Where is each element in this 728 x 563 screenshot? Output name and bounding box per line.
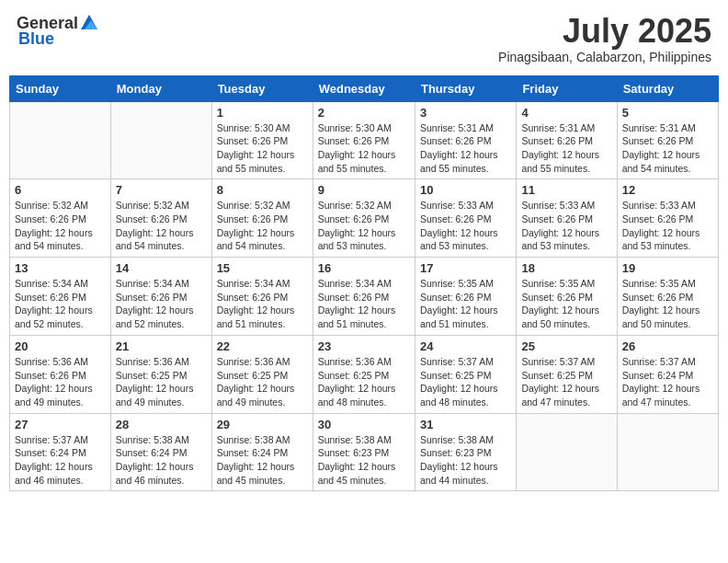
calendar-cell: 6Sunrise: 5:32 AM Sunset: 6:26 PM Daylig… xyxy=(10,179,111,258)
title-block: July 2025 Pinagsibaan, Calabarzon, Phili… xyxy=(498,13,711,64)
day-number: 16 xyxy=(318,261,410,275)
day-number: 18 xyxy=(521,261,611,275)
day-number: 19 xyxy=(622,261,713,275)
calendar-cell: 15Sunrise: 5:34 AM Sunset: 6:26 PM Dayli… xyxy=(211,258,313,336)
calendar-cell: 23Sunrise: 5:36 AM Sunset: 6:25 PM Dayli… xyxy=(313,335,415,413)
calendar-cell: 29Sunrise: 5:38 AM Sunset: 6:24 PM Dayli… xyxy=(211,413,313,491)
day-number: 14 xyxy=(116,261,207,275)
day-info: Sunrise: 5:34 AM Sunset: 6:26 PM Dayligh… xyxy=(15,277,106,331)
day-info: Sunrise: 5:38 AM Sunset: 6:24 PM Dayligh… xyxy=(217,433,308,488)
calendar-cell: 18Sunrise: 5:35 AM Sunset: 6:26 PM Dayli… xyxy=(517,258,617,336)
calendar-cell: 22Sunrise: 5:36 AM Sunset: 6:25 PM Dayli… xyxy=(211,335,313,413)
day-info: Sunrise: 5:31 AM Sunset: 6:26 PM Dayligh… xyxy=(622,121,713,176)
day-info: Sunrise: 5:32 AM Sunset: 6:26 PM Dayligh… xyxy=(318,199,410,253)
weekday-header-tuesday: Tuesday xyxy=(211,75,313,101)
day-info: Sunrise: 5:32 AM Sunset: 6:26 PM Dayligh… xyxy=(15,199,106,253)
calendar-week-row: 1Sunrise: 5:30 AM Sunset: 6:26 PM Daylig… xyxy=(10,101,719,179)
calendar-cell xyxy=(617,413,718,491)
day-number: 28 xyxy=(116,418,207,431)
day-info: Sunrise: 5:36 AM Sunset: 6:25 PM Dayligh… xyxy=(318,355,410,409)
day-info: Sunrise: 5:38 AM Sunset: 6:23 PM Dayligh… xyxy=(420,433,511,488)
calendar-cell: 20Sunrise: 5:36 AM Sunset: 6:26 PM Dayli… xyxy=(10,335,111,413)
day-number: 22 xyxy=(217,339,308,353)
calendar-cell: 24Sunrise: 5:37 AM Sunset: 6:25 PM Dayli… xyxy=(415,335,516,413)
day-number: 9 xyxy=(318,183,410,197)
day-info: Sunrise: 5:38 AM Sunset: 6:24 PM Dayligh… xyxy=(116,433,207,488)
day-info: Sunrise: 5:32 AM Sunset: 6:26 PM Dayligh… xyxy=(116,199,207,253)
weekday-header-saturday: Saturday xyxy=(617,75,718,101)
calendar-cell: 16Sunrise: 5:34 AM Sunset: 6:26 PM Dayli… xyxy=(313,258,415,336)
day-number: 27 xyxy=(15,418,106,431)
day-number: 1 xyxy=(217,106,308,120)
calendar-cell: 13Sunrise: 5:34 AM Sunset: 6:26 PM Dayli… xyxy=(10,258,111,336)
calendar-cell: 11Sunrise: 5:33 AM Sunset: 6:26 PM Dayli… xyxy=(517,179,617,258)
calendar-cell xyxy=(10,101,111,179)
day-number: 12 xyxy=(622,183,713,197)
day-info: Sunrise: 5:34 AM Sunset: 6:26 PM Dayligh… xyxy=(318,277,410,331)
day-info: Sunrise: 5:30 AM Sunset: 6:26 PM Dayligh… xyxy=(217,121,308,176)
day-number: 30 xyxy=(318,418,410,431)
weekday-header-wednesday: Wednesday xyxy=(313,75,415,101)
day-number: 8 xyxy=(217,183,308,197)
day-info: Sunrise: 5:30 AM Sunset: 6:26 PM Dayligh… xyxy=(318,121,410,176)
calendar-cell xyxy=(517,413,617,491)
calendar-cell xyxy=(110,101,211,179)
calendar-cell: 25Sunrise: 5:37 AM Sunset: 6:25 PM Dayli… xyxy=(517,335,617,413)
day-info: Sunrise: 5:37 AM Sunset: 6:24 PM Dayligh… xyxy=(622,355,713,409)
day-info: Sunrise: 5:34 AM Sunset: 6:26 PM Dayligh… xyxy=(217,277,308,331)
day-info: Sunrise: 5:31 AM Sunset: 6:26 PM Dayligh… xyxy=(521,121,611,176)
day-info: Sunrise: 5:33 AM Sunset: 6:26 PM Dayligh… xyxy=(521,199,611,253)
calendar-header-row: SundayMondayTuesdayWednesdayThursdayFrid… xyxy=(10,75,719,101)
day-number: 24 xyxy=(420,339,511,353)
calendar-cell: 7Sunrise: 5:32 AM Sunset: 6:26 PM Daylig… xyxy=(110,179,211,258)
location-title: Pinagsibaan, Calabarzon, Philippines xyxy=(498,50,711,64)
day-number: 21 xyxy=(116,339,207,353)
day-number: 13 xyxy=(15,261,106,275)
calendar-week-row: 6Sunrise: 5:32 AM Sunset: 6:26 PM Daylig… xyxy=(10,179,719,258)
calendar-week-row: 27Sunrise: 5:37 AM Sunset: 6:24 PM Dayli… xyxy=(10,413,719,491)
day-info: Sunrise: 5:32 AM Sunset: 6:26 PM Dayligh… xyxy=(217,199,308,253)
calendar-cell: 30Sunrise: 5:38 AM Sunset: 6:23 PM Dayli… xyxy=(313,413,415,491)
calendar-cell: 8Sunrise: 5:32 AM Sunset: 6:26 PM Daylig… xyxy=(211,179,313,258)
day-number: 7 xyxy=(116,183,207,197)
day-info: Sunrise: 5:33 AM Sunset: 6:26 PM Dayligh… xyxy=(420,199,511,253)
calendar-cell: 26Sunrise: 5:37 AM Sunset: 6:24 PM Dayli… xyxy=(617,335,718,413)
day-number: 20 xyxy=(15,339,106,353)
calendar-cell: 14Sunrise: 5:34 AM Sunset: 6:26 PM Dayli… xyxy=(110,258,211,336)
day-number: 17 xyxy=(420,261,511,275)
day-number: 10 xyxy=(420,183,511,197)
day-info: Sunrise: 5:35 AM Sunset: 6:26 PM Dayligh… xyxy=(420,277,511,331)
day-info: Sunrise: 5:34 AM Sunset: 6:26 PM Dayligh… xyxy=(116,277,207,331)
calendar-cell: 5Sunrise: 5:31 AM Sunset: 6:26 PM Daylig… xyxy=(617,101,718,179)
day-number: 25 xyxy=(521,339,611,353)
day-number: 6 xyxy=(15,183,106,197)
day-number: 2 xyxy=(318,106,410,120)
day-info: Sunrise: 5:35 AM Sunset: 6:26 PM Dayligh… xyxy=(622,277,713,331)
day-number: 31 xyxy=(420,418,511,431)
day-number: 29 xyxy=(217,418,308,431)
logo-blue-text: Blue xyxy=(17,29,54,49)
calendar-cell: 17Sunrise: 5:35 AM Sunset: 6:26 PM Dayli… xyxy=(415,258,516,336)
day-info: Sunrise: 5:36 AM Sunset: 6:26 PM Dayligh… xyxy=(15,355,106,409)
day-info: Sunrise: 5:36 AM Sunset: 6:25 PM Dayligh… xyxy=(217,355,308,409)
calendar-cell: 4Sunrise: 5:31 AM Sunset: 6:26 PM Daylig… xyxy=(517,101,617,179)
day-info: Sunrise: 5:36 AM Sunset: 6:25 PM Dayligh… xyxy=(116,355,207,409)
weekday-header-sunday: Sunday xyxy=(10,75,111,101)
logo: General Blue xyxy=(17,13,100,49)
day-number: 11 xyxy=(521,183,611,197)
day-info: Sunrise: 5:38 AM Sunset: 6:23 PM Dayligh… xyxy=(318,433,410,488)
day-info: Sunrise: 5:35 AM Sunset: 6:26 PM Dayligh… xyxy=(521,277,611,331)
calendar-cell: 10Sunrise: 5:33 AM Sunset: 6:26 PM Dayli… xyxy=(415,179,516,258)
day-number: 5 xyxy=(622,106,713,120)
day-info: Sunrise: 5:37 AM Sunset: 6:24 PM Dayligh… xyxy=(15,433,106,488)
weekday-header-thursday: Thursday xyxy=(415,75,516,101)
month-title: July 2025 xyxy=(498,13,711,50)
page-header: General Blue July 2025 Pinagsibaan, Cala… xyxy=(9,9,719,68)
day-info: Sunrise: 5:31 AM Sunset: 6:26 PM Dayligh… xyxy=(420,121,511,176)
day-info: Sunrise: 5:37 AM Sunset: 6:25 PM Dayligh… xyxy=(521,355,611,409)
day-number: 26 xyxy=(622,339,713,353)
calendar-cell: 21Sunrise: 5:36 AM Sunset: 6:25 PM Dayli… xyxy=(110,335,211,413)
day-number: 23 xyxy=(318,339,410,353)
calendar-cell: 9Sunrise: 5:32 AM Sunset: 6:26 PM Daylig… xyxy=(313,179,415,258)
calendar-week-row: 13Sunrise: 5:34 AM Sunset: 6:26 PM Dayli… xyxy=(10,258,719,336)
